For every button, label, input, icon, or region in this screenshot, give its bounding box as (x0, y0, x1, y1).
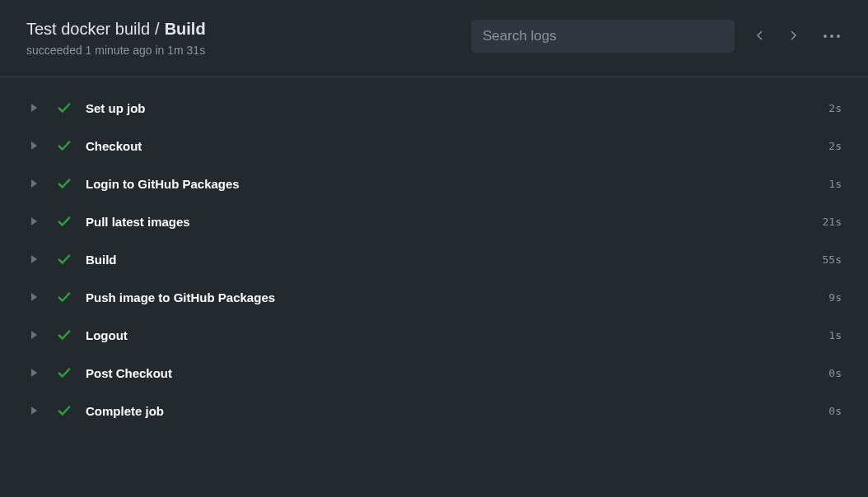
workflow-name: Test docker build (26, 20, 150, 39)
job-title: Test docker build / Build (26, 20, 206, 39)
step-name-label: Logout (86, 328, 828, 342)
prev-button[interactable] (749, 26, 769, 48)
expand-caret-icon (26, 293, 41, 301)
expand-caret-icon (26, 179, 41, 188)
expand-caret-icon (26, 369, 41, 377)
step-duration-label: 1s (828, 329, 842, 341)
search-input[interactable] (471, 20, 735, 53)
job-status-subtitle: succeeded 1 minute ago in 1m 31s (26, 44, 206, 57)
job-name: Build (165, 20, 206, 39)
steps-list: Set up job2sCheckout2sLogin to GitHub Pa… (0, 77, 868, 430)
step-row[interactable]: Pull latest images21s (23, 202, 845, 240)
expand-caret-icon (26, 142, 41, 150)
step-name-label: Post Checkout (86, 366, 828, 380)
kebab-dot-icon (830, 35, 833, 38)
success-check-icon (56, 214, 72, 229)
step-row[interactable]: Post Checkout0s (23, 354, 845, 392)
success-check-icon (56, 327, 72, 342)
step-row[interactable]: Build55s (23, 240, 845, 278)
job-header: Test docker build / Build succeeded 1 mi… (0, 0, 868, 77)
step-duration-label: 0s (828, 367, 842, 379)
step-name-label: Pull latest images (86, 215, 823, 229)
step-row[interactable]: Push image to GitHub Packages9s (23, 278, 845, 316)
success-check-icon (56, 176, 72, 191)
title-separator: / (155, 20, 160, 39)
success-check-icon (56, 403, 72, 418)
expand-caret-icon (26, 217, 41, 225)
step-duration-label: 21s (823, 216, 842, 228)
step-name-label: Login to GitHub Packages (86, 177, 828, 191)
step-duration-label: 2s (828, 102, 842, 114)
success-check-icon (56, 290, 72, 304)
step-row[interactable]: Logout1s (23, 316, 845, 354)
kebab-dot-icon (837, 35, 840, 38)
step-name-label: Checkout (86, 139, 828, 153)
expand-caret-icon (26, 406, 41, 415)
expand-caret-icon (26, 331, 41, 339)
success-check-icon (56, 252, 72, 267)
expand-caret-icon (26, 104, 41, 112)
chevron-left-icon (753, 29, 766, 44)
step-name-label: Push image to GitHub Packages (86, 290, 828, 304)
kebab-dot-icon (824, 35, 827, 38)
step-row[interactable]: Complete job0s (23, 392, 845, 430)
chevron-right-icon (787, 29, 800, 44)
step-row[interactable]: Login to GitHub Packages1s (23, 165, 845, 202)
step-name-label: Complete job (86, 404, 828, 418)
step-duration-label: 9s (828, 291, 842, 304)
success-check-icon (56, 138, 72, 153)
header-controls (471, 20, 845, 53)
header-title-block: Test docker build / Build succeeded 1 mi… (26, 20, 206, 57)
step-duration-label: 0s (828, 405, 842, 417)
step-row[interactable]: Set up job2s (23, 89, 845, 127)
expand-caret-icon (26, 255, 41, 263)
step-duration-label: 2s (828, 140, 842, 152)
success-check-icon (56, 100, 72, 115)
step-name-label: Build (86, 253, 823, 267)
next-button[interactable] (784, 26, 804, 48)
more-options-button[interactable] (819, 31, 845, 41)
step-duration-label: 55s (823, 253, 842, 266)
step-name-label: Set up job (86, 101, 828, 115)
success-check-icon (56, 365, 72, 380)
step-duration-label: 1s (828, 178, 842, 190)
step-row[interactable]: Checkout2s (23, 127, 845, 165)
